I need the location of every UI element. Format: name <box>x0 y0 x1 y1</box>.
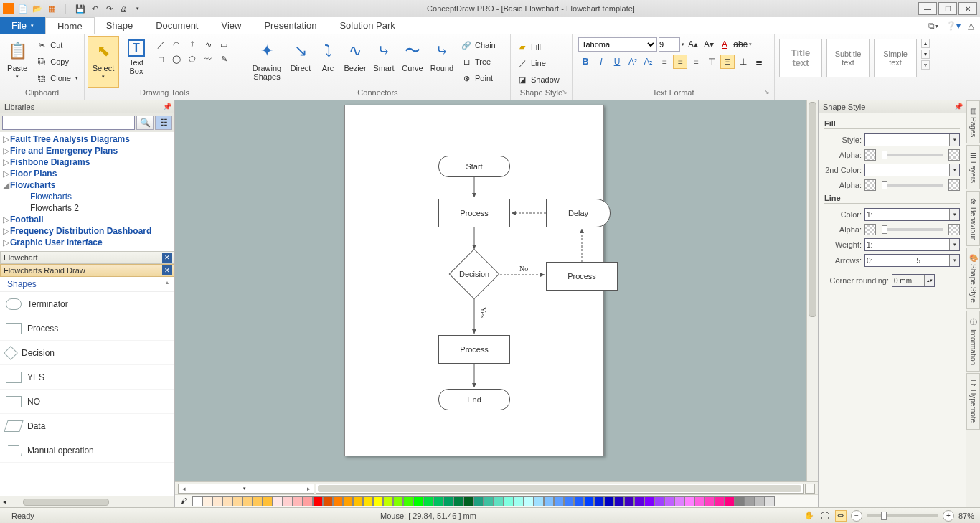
vtab-information[interactable]: ⓘInformation <box>966 311 980 372</box>
styles-up-icon[interactable]: ▴ <box>921 39 930 48</box>
window-switch-icon[interactable]: ⧉▾ <box>928 21 938 31</box>
textbox-button[interactable]: T Text Box <box>121 36 152 88</box>
shape-free-icon[interactable]: ✎ <box>218 53 230 65</box>
shape-rect-icon[interactable]: ▭ <box>218 39 230 50</box>
color-swatch[interactable] <box>313 496 323 506</box>
tree-item[interactable]: ▷Football <box>0 214 174 225</box>
shape-line-icon[interactable]: ／ <box>155 39 166 50</box>
alpha2-slider[interactable] <box>882 184 943 187</box>
close-stencil-icon[interactable]: ✕ <box>162 253 172 263</box>
shape-arc-icon[interactable]: ⤴ <box>187 39 198 50</box>
tab-solutionpark[interactable]: Solution Park <box>328 17 406 34</box>
shape-ellipse-icon[interactable]: ◯ <box>171 53 182 65</box>
shape-process-3[interactable]: Process <box>438 335 510 364</box>
color-swatch[interactable] <box>403 496 413 506</box>
color-swatch[interactable] <box>765 496 775 506</box>
color-swatch[interactable] <box>715 496 725 506</box>
colorbar-picker-icon[interactable]: 🖌 <box>178 496 189 506</box>
fill-button[interactable]: ▰Fill <box>514 39 562 55</box>
color-swatch[interactable] <box>674 496 684 506</box>
qat-print-icon[interactable]: 🖨 <box>118 3 129 14</box>
color-swatch[interactable] <box>293 496 303 506</box>
color-swatch[interactable] <box>684 496 694 506</box>
line-button[interactable]: ／Line <box>514 55 562 71</box>
align-bottom-button[interactable]: ⊥ <box>736 55 750 69</box>
color-swatch[interactable] <box>534 496 544 506</box>
page-selector[interactable]: ◂ ▾ ▸ <box>178 484 314 494</box>
direct-button[interactable]: ↘Direct <box>287 36 314 88</box>
color-swatch[interactable] <box>222 496 232 506</box>
color-swatch[interactable] <box>554 496 564 506</box>
shape-bezier-icon[interactable]: 〰 <box>202 53 214 65</box>
color-swatch[interactable] <box>232 496 242 506</box>
fill-style-select[interactable]: ▾ <box>864 133 960 146</box>
color-swatch[interactable] <box>614 496 624 506</box>
weight-select[interactable]: 1:▾ <box>864 238 960 251</box>
color-swatch[interactable] <box>273 496 283 506</box>
color-swatch[interactable] <box>634 496 644 506</box>
tree-item[interactable]: ▷Graphic User Interface <box>0 237 174 248</box>
qat-open-icon[interactable]: 📂 <box>32 3 43 14</box>
color-swatch[interactable] <box>353 496 363 506</box>
shape-process-2[interactable]: Process <box>546 262 618 291</box>
shape-item[interactable]: YES <box>0 365 174 390</box>
font-color-icon[interactable]: A <box>717 37 732 52</box>
page-next-icon[interactable]: ▸ <box>303 484 314 493</box>
color-swatch[interactable] <box>473 496 484 506</box>
secondcolor-select[interactable]: ▾ <box>864 164 960 176</box>
align-right-button[interactable]: ≡ <box>689 55 703 69</box>
textformat-dialog-icon[interactable]: ↘ <box>764 88 770 95</box>
paste-button[interactable]: 📋 Paste ▾ <box>3 36 32 88</box>
style-subtitle[interactable]: Subtitle text <box>826 39 870 77</box>
color-swatch[interactable] <box>333 496 343 506</box>
qat-grid-icon[interactable]: ▦ <box>46 3 57 14</box>
search-button[interactable]: 🔍 <box>136 116 154 130</box>
vtab-pages[interactable]: ▥Pages <box>966 100 980 143</box>
font-select[interactable]: Tahoma <box>578 37 657 52</box>
shadow-button[interactable]: ◪Shadow <box>514 72 562 88</box>
shape-start[interactable]: Start <box>438 156 510 177</box>
color-swatch[interactable] <box>413 496 423 506</box>
qat-dropdown-icon[interactable]: ▾ <box>132 3 143 14</box>
tab-presentation[interactable]: Presentation <box>253 17 328 34</box>
chain-button[interactable]: 🔗Chain <box>458 37 499 53</box>
qat-redo-icon[interactable]: ↷ <box>103 3 115 14</box>
tree-item[interactable]: ▷Frequency Distribution Dashboard <box>0 225 174 237</box>
collapse-ribbon-icon[interactable]: △ <box>968 21 974 31</box>
point-button[interactable]: ⊗Point <box>458 70 499 86</box>
color-swatch[interactable] <box>494 496 504 506</box>
color-swatch[interactable] <box>212 496 222 506</box>
strike-icon[interactable]: abc <box>733 37 748 52</box>
color-swatch[interactable] <box>694 496 705 506</box>
color-swatch[interactable] <box>745 496 755 506</box>
fit-width-icon[interactable]: ⇔ <box>835 510 847 522</box>
hand-tool-icon[interactable]: ✋ <box>804 510 815 522</box>
stencil-flowchart[interactable]: Flowchart ✕ <box>0 251 174 264</box>
tree-item[interactable]: ◢Flowcharts <box>0 179 174 191</box>
tab-view[interactable]: View <box>209 17 253 34</box>
shape-spline-icon[interactable]: ∿ <box>202 39 214 50</box>
tab-document[interactable]: Document <box>144 17 209 34</box>
grow-font-icon[interactable]: A▴ <box>686 37 700 52</box>
round-button[interactable]: ⤷Round <box>428 36 456 88</box>
maximize-button[interactable]: ☐ <box>938 2 957 15</box>
color-swatch[interactable] <box>242 496 253 506</box>
vtab-behaviour[interactable]: ⚙Behaviour <box>966 191 980 246</box>
page-prev-icon[interactable]: ◂ <box>179 484 189 493</box>
pin-icon-right[interactable]: 📌 <box>954 103 963 110</box>
color-swatch[interactable] <box>644 496 654 506</box>
color-swatch[interactable] <box>735 496 745 506</box>
qat-undo-icon[interactable]: ↶ <box>89 3 100 14</box>
tree-item[interactable]: ▷Fire and Emergency Plans <box>0 145 174 156</box>
color-swatch[interactable] <box>755 496 765 506</box>
file-tab[interactable]: File <box>0 17 45 34</box>
alpha1-chk[interactable] <box>864 149 876 161</box>
left-hscroll[interactable]: ◂ <box>0 496 174 507</box>
shape-item[interactable]: Manual operation <box>0 438 174 463</box>
style-title[interactable]: Title text <box>779 39 822 77</box>
canvas[interactable]: Start Process Delay Decision Process Pro… <box>175 100 818 481</box>
zoom-out-button[interactable]: − <box>851 510 862 522</box>
styles-down-icon[interactable]: ▾ <box>921 50 930 59</box>
bullets-button[interactable]: ≣ <box>752 55 766 69</box>
color-swatch[interactable] <box>564 496 574 506</box>
